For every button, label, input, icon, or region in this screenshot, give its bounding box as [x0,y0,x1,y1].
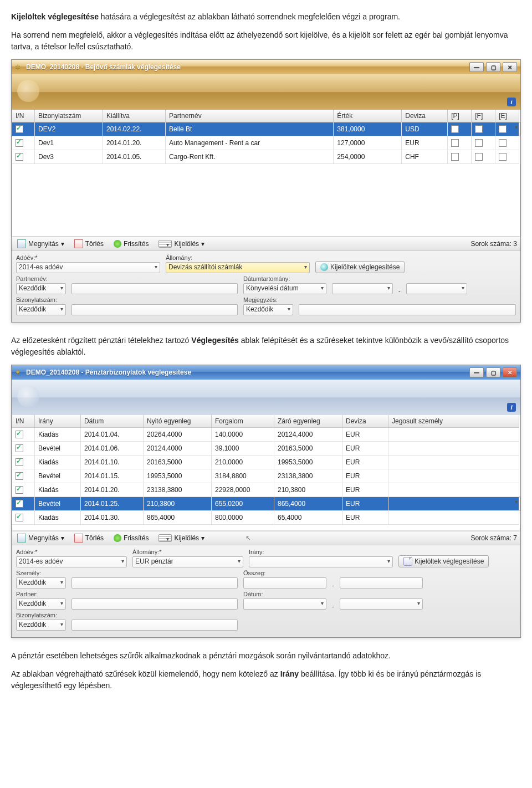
irany-select[interactable] [249,556,393,567]
checkbox-icon[interactable] [475,139,483,147]
col-jeg[interactable]: Jegosult személy [388,415,519,428]
checkbox-icon[interactable] [16,458,23,466]
data-grid[interactable]: I/N Irány Dátum Nyitó egyenleg Forgalom … [12,415,520,525]
select-button[interactable]: Kijelölés ▾ [156,239,207,248]
col-datum[interactable]: Dátum [81,415,144,428]
checkbox-icon[interactable] [16,125,23,133]
checkbox-icon[interactable] [499,153,507,161]
col-forg[interactable]: Forgalom [212,415,274,428]
delete-button[interactable]: Törlés [72,533,106,543]
datum-from[interactable] [243,598,326,610]
checkbox-icon[interactable] [16,514,23,521]
open-button[interactable]: Megnyitás ▾ [15,239,66,249]
cell: Auto Management - Rent a car [166,136,334,150]
table-row[interactable]: Kiadás2014.01.30.865,4000800,000065,4000… [12,511,520,525]
open-button[interactable]: Megnyitás ▾ [15,533,66,543]
table-row[interactable]: Bevétel2014.01.15.19953,50003184,8800231… [12,469,520,483]
adoev-select[interactable]: 2014-es adóév [16,556,127,567]
partner-mode[interactable]: Kezdődik [16,283,66,294]
col-in[interactable]: I/N [12,110,35,122]
partner-input[interactable] [71,283,238,294]
date-to[interactable] [406,283,467,294]
datum-to[interactable] [340,598,423,610]
col-in[interactable]: I/N [12,415,35,428]
col-ertek[interactable]: Érték [334,110,402,122]
cell: 23138,3800 [144,483,212,497]
col-kiall[interactable]: Kiállítva [103,110,166,122]
checkbox-icon[interactable] [451,139,459,147]
minimize-button[interactable]: — [469,62,484,72]
table-row[interactable]: Kiadás2014.01.10.20163,5000210,000019953… [12,456,520,469]
maximize-button[interactable]: ▢ [486,367,500,377]
cell: 865,4000 [274,497,342,511]
megj-mode[interactable]: Kezdődik [243,304,293,315]
close-button[interactable]: ✕ [503,62,517,72]
refresh-button[interactable]: Frissítés [111,239,151,248]
col-partner[interactable]: Partnernév [166,110,334,122]
checkbox-icon[interactable] [451,125,459,133]
col-deviza[interactable]: Deviza [342,415,388,428]
finalize-button[interactable]: Kijelöltek véglegesítése [315,261,405,273]
table-row[interactable]: Kiadás2014.01.20.23138,380022928,0000210… [12,483,520,497]
adoev-select[interactable]: 2014-es adóév [16,262,160,273]
biz-mode[interactable]: Kezdődik [16,620,66,631]
cell: 20264,4000 [144,428,212,442]
biz-label: Bizonylatszám: [16,612,66,618]
refresh-button[interactable]: Frissítés [111,534,151,543]
checkbox-icon[interactable] [499,125,507,133]
checkbox-icon[interactable] [475,153,483,161]
info-icon[interactable]: i [507,403,516,412]
cell: Kiadás [35,511,81,525]
biz-mode[interactable]: Kezdődik [16,304,66,315]
partner-mode[interactable]: Kezdődik [16,598,66,610]
close-button[interactable]: ✕ [503,367,517,377]
cell: Kiadás [35,456,81,469]
date-from[interactable] [332,283,393,294]
szemely-input[interactable] [71,577,238,589]
allomany-select[interactable]: Devizás szállítói számlák [166,262,310,273]
osszeg-to[interactable] [340,577,423,589]
select-button[interactable]: Kijelölés ▾ [156,534,207,543]
osszeg-from[interactable] [243,577,326,589]
header-row: I/N Irány Dátum Nyitó egyenleg Forgalom … [12,415,520,428]
checkbox-icon[interactable] [16,153,23,161]
maximize-button[interactable]: ▢ [486,62,500,72]
finalize-button[interactable]: Kijelöltek véglegesítése [398,555,489,567]
table-row[interactable]: DEV22014.02.22.Belle Bt381,0000USD [12,122,520,136]
datumt-select[interactable]: Könyvelési dátum [243,283,326,294]
szemely-mode[interactable]: Kezdődik [16,577,66,589]
table-row[interactable]: Bevétel2014.01.25.210,3800655,0200865,40… [12,497,520,511]
partner-input[interactable] [71,598,238,610]
col-zaro[interactable]: Záró egyenleg [274,415,342,428]
megj-input[interactable] [299,304,516,315]
col-f[interactable]: [F] [472,110,495,122]
table-row[interactable]: Bevétel2014.01.06.20124,400039,100020163… [12,442,520,456]
checkbox-icon[interactable] [16,139,23,147]
checkbox-icon[interactable] [16,472,23,480]
biz-input[interactable] [71,304,238,315]
table-row[interactable]: Dev12014.01.20.Auto Management - Rent a … [12,136,520,150]
data-grid[interactable]: I/N Bizonylatszám Kiállítva Partnernév É… [12,110,520,164]
table-row[interactable]: Kiadás2014.01.04.20264,4000140,000020124… [12,428,520,442]
minimize-button[interactable]: — [469,367,484,377]
titlebar[interactable]: ✶ DEMO_20140208 - Bejövő számlák véglege… [12,60,520,74]
col-irany[interactable]: Irány [35,415,81,428]
checkbox-icon[interactable] [499,139,507,147]
checkbox-icon[interactable] [451,153,459,161]
allomany-select[interactable]: EUR pénztár [132,556,243,567]
checkbox-icon[interactable] [16,486,23,494]
col-p[interactable]: [P] [448,110,472,122]
delete-button[interactable]: Törlés [72,239,106,249]
biz-input[interactable] [71,620,238,631]
col-e[interactable]: [E] [495,110,519,122]
checkbox-icon[interactable] [475,125,483,133]
checkbox-icon[interactable] [16,444,23,452]
col-biz[interactable]: Bizonylatszám [35,110,103,122]
col-nyito[interactable]: Nyitó egyenleg [144,415,212,428]
titlebar[interactable]: ✶ DEMO_20140208 - Pénztárbizonylatok vég… [12,365,520,380]
table-row[interactable]: Dev32014.01.05.Cargo-Rent Kft.254,0000CH… [12,150,520,164]
info-icon[interactable]: i [507,98,516,106]
checkbox-icon[interactable] [16,500,23,508]
col-deviza[interactable]: Deviza [402,110,448,122]
checkbox-icon[interactable] [16,431,23,438]
